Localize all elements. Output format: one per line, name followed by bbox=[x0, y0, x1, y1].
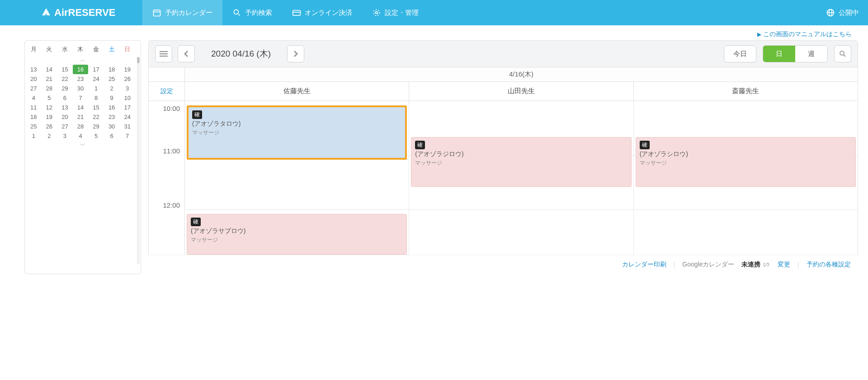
mini-day[interactable]: 10 bbox=[119, 93, 135, 103]
mini-day[interactable]: 19 bbox=[119, 65, 135, 74]
mini-day[interactable]: 30 bbox=[73, 84, 89, 93]
mini-cal-scrollbar[interactable] bbox=[137, 57, 140, 265]
logo-text: AirRESERVE bbox=[54, 7, 115, 19]
header-status[interactable]: 公開中 bbox=[826, 8, 859, 17]
view-week-button[interactable]: 週 bbox=[795, 46, 827, 62]
mini-day[interactable]: 8 bbox=[88, 93, 104, 103]
view-day-button[interactable]: 日 bbox=[763, 46, 795, 62]
resource-column[interactable]: 確(アオゾラジロウ)マッサージ bbox=[409, 101, 633, 255]
reservation-event[interactable]: 確(アオゾラサブロウ)マッサージ bbox=[187, 214, 407, 255]
mini-day[interactable]: 26 bbox=[42, 122, 57, 131]
mini-day[interactable]: 15 bbox=[57, 65, 73, 74]
mini-day[interactable]: 24 bbox=[88, 74, 104, 84]
mini-dow: 土 bbox=[104, 45, 120, 53]
mini-day[interactable]: 30 bbox=[104, 122, 120, 131]
mini-day[interactable]: 28 bbox=[42, 84, 57, 93]
mini-calendar-header: 月火水木金土日 bbox=[25, 44, 141, 55]
gcal-change-link[interactable]: 変更 bbox=[778, 261, 790, 269]
mini-day[interactable]: 27 bbox=[26, 84, 42, 93]
mini-day[interactable]: 23 bbox=[73, 74, 89, 84]
print-link[interactable]: カレンダー印刷 bbox=[622, 261, 666, 269]
mini-day[interactable]: 17 bbox=[119, 103, 135, 112]
resource-header[interactable]: 山田先生 bbox=[409, 82, 633, 101]
nav-search[interactable]: 予約検索 bbox=[222, 0, 282, 25]
event-service: マッサージ bbox=[640, 159, 852, 167]
mini-day[interactable]: 2 bbox=[42, 131, 57, 141]
mini-day[interactable]: 21 bbox=[42, 74, 57, 84]
reservation-event[interactable]: 確(アオゾラジロウ)マッサージ bbox=[411, 137, 631, 187]
prev-day-button[interactable] bbox=[178, 45, 195, 62]
nav-calendar[interactable]: 予約カレンダー bbox=[142, 0, 222, 25]
mini-day[interactable]: 26 bbox=[119, 74, 135, 84]
manual-link[interactable]: この画面のマニュアルはこちら bbox=[757, 30, 852, 38]
mini-day[interactable]: 5 bbox=[42, 93, 57, 103]
mini-day[interactable]: 14 bbox=[42, 65, 57, 74]
resource-header[interactable]: 斎藤先生 bbox=[634, 82, 858, 101]
nav-settings[interactable]: 設定・管理 bbox=[362, 0, 429, 25]
mini-day[interactable]: 18 bbox=[26, 112, 42, 122]
mini-day[interactable]: 2 bbox=[104, 84, 120, 93]
mini-day[interactable]: 7 bbox=[119, 131, 135, 141]
column-settings[interactable]: 設定 bbox=[149, 82, 185, 101]
mini-day[interactable]: 4 bbox=[26, 93, 42, 103]
mini-day[interactable]: 4 bbox=[73, 131, 89, 141]
menu-button[interactable] bbox=[155, 45, 172, 62]
mini-day[interactable]: 7 bbox=[73, 93, 89, 103]
mini-day[interactable]: 6 bbox=[104, 131, 120, 141]
mini-day[interactable]: 19 bbox=[42, 112, 57, 122]
mini-day[interactable]: 28 bbox=[73, 122, 89, 131]
view-toggle: 日 週 bbox=[763, 45, 828, 62]
mini-day[interactable]: 15 bbox=[88, 103, 104, 112]
mini-day[interactable]: 13 bbox=[57, 103, 73, 112]
mini-day[interactable]: 12 bbox=[42, 103, 57, 112]
status-label: 公開中 bbox=[839, 9, 859, 17]
nav-settings-label: 設定・管理 bbox=[385, 9, 419, 17]
mini-day[interactable]: 16 bbox=[104, 103, 120, 112]
mini-day[interactable]: 3 bbox=[119, 84, 135, 93]
search-icon bbox=[232, 8, 241, 17]
today-button[interactable]: 今日 bbox=[724, 45, 756, 62]
mini-day[interactable]: 1 bbox=[26, 131, 42, 141]
svg-point-6 bbox=[376, 12, 378, 14]
mini-day[interactable]: 18 bbox=[104, 65, 120, 74]
mini-day[interactable]: 29 bbox=[57, 84, 73, 93]
mini-day[interactable]: 13 bbox=[26, 65, 42, 74]
nav-payment[interactable]: オンライン決済 bbox=[282, 0, 362, 25]
mini-day[interactable]: 17 bbox=[88, 65, 104, 74]
mini-day[interactable]: 25 bbox=[104, 74, 120, 84]
mini-day[interactable]: 9 bbox=[104, 93, 120, 103]
mini-day[interactable]: 14 bbox=[73, 103, 89, 112]
mini-day[interactable]: 29 bbox=[88, 122, 104, 131]
time-axis: 10:0011:0012:00 bbox=[149, 101, 185, 255]
calendar-icon bbox=[152, 8, 161, 17]
next-day-button[interactable] bbox=[287, 45, 304, 62]
mini-day[interactable]: 22 bbox=[57, 74, 73, 84]
mini-day[interactable]: 23 bbox=[104, 112, 120, 122]
mini-day[interactable]: 25 bbox=[26, 122, 42, 131]
mini-dow: 火 bbox=[42, 45, 57, 53]
mini-cal-prev[interactable]: ︿ bbox=[25, 55, 141, 65]
mini-day[interactable]: 3 bbox=[57, 131, 73, 141]
mini-day[interactable]: 21 bbox=[73, 112, 89, 122]
mini-day[interactable]: 24 bbox=[119, 112, 135, 122]
mini-cal-next[interactable]: ﹀ bbox=[25, 141, 141, 150]
mini-day[interactable]: 5 bbox=[88, 131, 104, 141]
date-header: 4/16(木) bbox=[185, 67, 858, 82]
resource-column[interactable]: 確(アオゾラタロウ)マッサージ確(アオゾラサブロウ)マッサージ bbox=[185, 101, 409, 255]
mini-day[interactable]: 16 bbox=[73, 65, 89, 74]
reservation-event[interactable]: 確(アオゾラシロウ)マッサージ bbox=[636, 137, 856, 187]
mini-day[interactable]: 22 bbox=[88, 112, 104, 122]
resource-header[interactable]: 佐藤先生 bbox=[185, 82, 409, 101]
mini-day[interactable]: 1 bbox=[88, 84, 104, 93]
event-customer: (アオゾラシロウ) bbox=[640, 150, 852, 158]
mini-day[interactable]: 11 bbox=[26, 103, 42, 112]
misc-settings-link[interactable]: 予約の各種設定 bbox=[807, 261, 851, 269]
reservation-event[interactable]: 確(アオゾラタロウ)マッサージ bbox=[187, 105, 407, 160]
mini-day[interactable]: 6 bbox=[57, 93, 73, 103]
mini-day[interactable]: 31 bbox=[119, 122, 135, 131]
search-button[interactable] bbox=[834, 45, 851, 62]
mini-day[interactable]: 20 bbox=[57, 112, 73, 122]
mini-day[interactable]: 20 bbox=[26, 74, 42, 84]
resource-column[interactable]: 確(アオゾラシロウ)マッサージ bbox=[634, 101, 858, 255]
mini-day[interactable]: 27 bbox=[57, 122, 73, 131]
